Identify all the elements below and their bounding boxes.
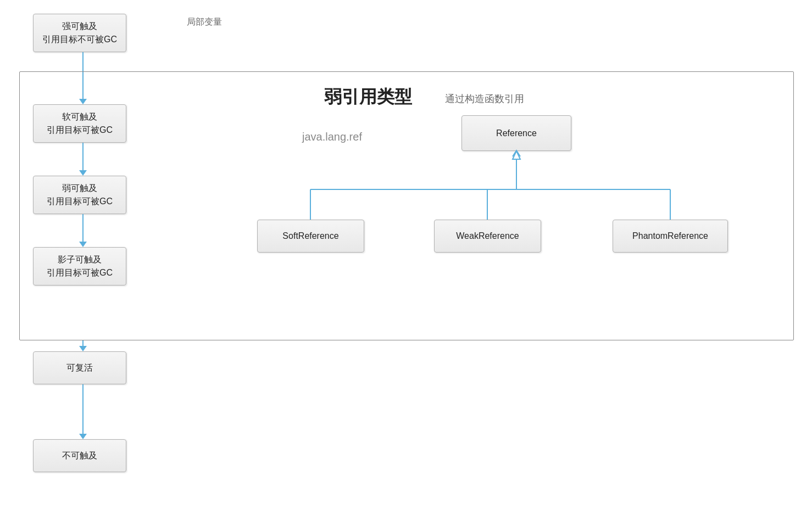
arrow-phantom-to-revivable xyxy=(79,340,87,351)
box-unreachable: 不可触及 xyxy=(33,439,126,472)
arrow-revivable-to-unreachable xyxy=(79,384,87,439)
diagram-container: 局部变量 强可触及 引用目标不可被GC 软可触及 引用目标可被GC 弱可触及 引… xyxy=(0,0,812,515)
hierarchy-svg xyxy=(0,0,812,515)
box-revivable-text: 可复活 xyxy=(66,361,93,374)
box-unreachable-text: 不可触及 xyxy=(62,449,97,462)
box-revivable: 可复活 xyxy=(33,351,126,384)
